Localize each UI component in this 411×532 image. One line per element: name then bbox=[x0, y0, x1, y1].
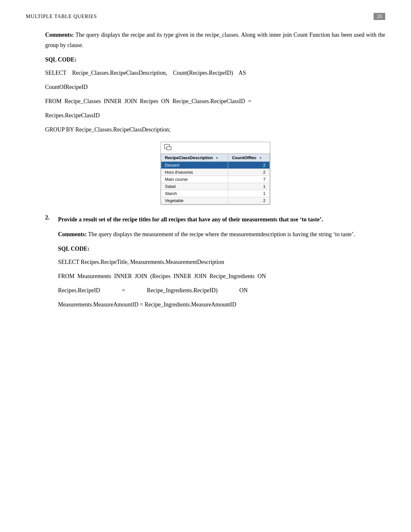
page-header: MULTIPLE TABLE QUERIES 20 bbox=[26, 13, 385, 20]
code-line-1-5: GROUP BY Recipe_Classes.RecipeClassDescr… bbox=[45, 124, 385, 135]
comments-label: Comments: bbox=[45, 32, 74, 38]
page-number: 20 bbox=[374, 13, 385, 20]
cell-description: Vegetable bbox=[161, 197, 228, 204]
section1-comments-text: The query displays the recipe and its ty… bbox=[45, 32, 385, 48]
col-header-desc: RecipeClassDescription ▼ bbox=[161, 154, 228, 161]
database-icon bbox=[164, 144, 172, 150]
code-line-1-1: SELECT Recipe_Classes.RecipeClassDescrip… bbox=[45, 67, 385, 79]
table-header-row: RecipeClassDescription ▼ CountOfRec ▼ bbox=[161, 154, 269, 161]
db-table-container: RecipeClassDescription ▼ CountOfRec ▼ De… bbox=[161, 142, 270, 205]
table-wrapper: RecipeClassDescription ▼ CountOfRec ▼ De… bbox=[45, 142, 385, 205]
table-body: Dessert2Hors d'oeuvres2Main course7Salad… bbox=[161, 161, 269, 204]
page-container: MULTIPLE TABLE QUERIES 20 Comments: The … bbox=[0, 0, 411, 532]
table-row: Starch1 bbox=[161, 190, 269, 197]
cell-count: 2 bbox=[228, 161, 269, 169]
code-line-1-4: Recipes.RecipeClassID bbox=[45, 110, 385, 121]
cell-description: Starch bbox=[161, 190, 228, 197]
cell-count: 7 bbox=[228, 176, 269, 183]
cell-description: Hors d'oeuvres bbox=[161, 169, 228, 176]
sql-code-label-2: SQL CODE: bbox=[58, 246, 385, 252]
numbered-item-2: 2. Provide a result set of the recipe ti… bbox=[45, 214, 385, 314]
code-line-2-1: SELECT Recipes.RecipeTitle, Measurements… bbox=[58, 256, 385, 268]
cell-count: 2 bbox=[228, 169, 269, 176]
table-row: Dessert2 bbox=[161, 161, 269, 169]
item-number-2: 2. bbox=[45, 214, 58, 314]
code-block-2: SELECT Recipes.RecipeTitle, Measurements… bbox=[58, 256, 385, 310]
item-content-2: Provide a result set of the recipe title… bbox=[58, 214, 385, 314]
recipe-table: RecipeClassDescription ▼ CountOfRec ▼ De… bbox=[161, 154, 270, 204]
code-block-1: SELECT Recipe_Classes.RecipeClassDescrip… bbox=[45, 67, 385, 135]
cell-description: Dessert bbox=[161, 161, 228, 169]
sql-code-label-1: SQL CODE: bbox=[45, 56, 385, 63]
code-line-1-2: CountOfRecipeID bbox=[45, 81, 385, 93]
code-line-1-3: FROM Recipe_Classes INNER JOIN Recipes O… bbox=[45, 95, 385, 107]
cell-count: 1 bbox=[228, 183, 269, 190]
table-row: Main course7 bbox=[161, 176, 269, 183]
section2-block: 2. Provide a result set of the recipe ti… bbox=[45, 214, 385, 314]
section1-comments-paragraph: Comments: The query displays the recipe … bbox=[45, 30, 385, 51]
db-table-icon-row bbox=[161, 142, 270, 154]
col-header-count: CountOfRec ▼ bbox=[228, 154, 269, 161]
page-title: MULTIPLE TABLE QUERIES bbox=[26, 14, 97, 19]
section2-comments-paragraph: Comments: The query displays the measure… bbox=[58, 229, 385, 239]
cell-count: 2 bbox=[228, 197, 269, 204]
item-title-2: Provide a result set of the recipe title… bbox=[58, 214, 385, 225]
svg-rect-1 bbox=[167, 147, 171, 150]
section2-comments-label: Comments: bbox=[58, 231, 87, 237]
cell-description: Salad bbox=[161, 183, 228, 190]
table-row: Hors d'oeuvres2 bbox=[161, 169, 269, 176]
table-row: Salad1 bbox=[161, 183, 269, 190]
code-line-2-2: FROM Measurements INNER JOIN (Recipes IN… bbox=[58, 270, 385, 282]
cell-description: Main course bbox=[161, 176, 228, 183]
code-line-2-4: Measurements.MeasureAmountID = Recipe_In… bbox=[58, 299, 385, 310]
col-arrow-1: ▼ bbox=[215, 156, 219, 160]
section2-comments-text: The query displays the measurement of th… bbox=[87, 231, 355, 237]
col-arrow-2: ▼ bbox=[259, 156, 262, 160]
cell-count: 1 bbox=[228, 190, 269, 197]
code-line-2-3: Recipes.RecipeID = Recipe_Ingredients.Re… bbox=[58, 285, 385, 296]
table-row: Vegetable2 bbox=[161, 197, 269, 204]
section1-comments: Comments: The query displays the recipe … bbox=[45, 30, 385, 205]
